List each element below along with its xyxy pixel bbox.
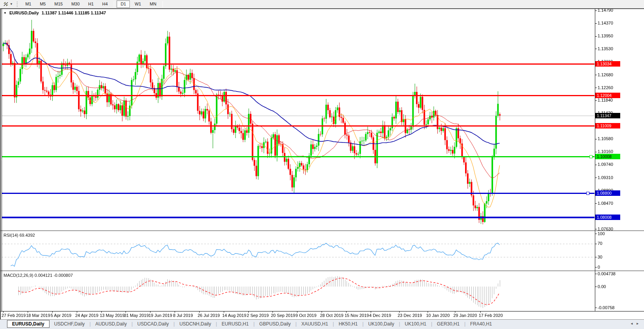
toolbar-divider (163, 1, 163, 7)
chart-tabs-bar: EURUSD,DailyUSDCHF,Daily|AUDUSD,Daily|US… (0, 319, 644, 329)
price-axis-tick: 1.10160 (598, 149, 613, 154)
level-price-tag: 1.08008 (595, 215, 620, 220)
period-button-m1[interactable]: M1 (21, 0, 35, 8)
chart-tab-hk50-h1[interactable]: HK50,H1 (334, 320, 363, 328)
date-axis-label: 9 Oct 2019 (295, 313, 317, 318)
level-price-tag: 1.11009 (595, 123, 620, 128)
date-axis-label: 17 Feb 2020 (479, 313, 503, 318)
chart-tab-usdcnh-daily[interactable]: USDCNH,Daily (175, 320, 216, 328)
price-axis-tick: 1.14790 (598, 8, 613, 12)
chart-tab-audusd-daily[interactable]: AUDUSD,Daily (91, 320, 132, 328)
price-axis-tick: 1.12680 (598, 72, 613, 77)
date-axis-label: 28 Oct 2019 (320, 313, 343, 318)
chart-tab-uk100-h1[interactable]: UK100,H1 (400, 320, 431, 328)
chart-tab-eurusd-h1[interactable]: EURUSD,H1 (217, 320, 253, 328)
period-button-w1[interactable]: W1 (131, 0, 145, 8)
chart-tab-usdcad-daily[interactable]: USDCAD,Daily (133, 320, 173, 328)
rsi-axis-tick: 0 (598, 265, 600, 269)
date-axis-label: 31 May 2019 (124, 313, 149, 318)
price-axis-tick: 1.13950 (598, 33, 613, 38)
period-button-h1[interactable]: H1 (84, 0, 97, 8)
period-toolbar: ▼ M1M5M15M30H1H4D1W1MN (0, 0, 644, 9)
rsi-axis-tick: 70 (598, 241, 602, 246)
price-axis-tick: 1.10580 (598, 136, 613, 141)
toolbar-divider (114, 1, 114, 7)
rsi-axis-tick: 30 (598, 255, 602, 259)
period-button-h4[interactable]: H4 (98, 0, 111, 8)
tabs-scroll-left-icon[interactable]: ◂ (631, 321, 633, 325)
date-axis-label: 18 Mar 2019 (26, 313, 50, 318)
date-axis-label: 29 Jan 2020 (453, 313, 477, 318)
chart-tab-xauusd-h1[interactable]: XAUUSD,H1 (297, 320, 333, 328)
diagonal-arrows-icon (3, 2, 9, 7)
window-left-border (0, 9, 1, 329)
price-axis-tick: 1.14370 (598, 21, 613, 25)
date-axis-label: 4 Dec 2019 (369, 313, 391, 318)
rsi-indicator-label: RSI(14) 69.4392 (4, 233, 35, 238)
chart-tab-eurusd-daily[interactable]: EURUSD,Daily (7, 320, 50, 328)
level-price-tag: 1.10008 (595, 154, 620, 159)
period-button-m5[interactable]: M5 (36, 0, 50, 8)
macd-axis-tick: 0.004738 (598, 271, 616, 276)
period-button-mn[interactable]: MN (146, 0, 160, 8)
date-axis-label: 24 Apr 2019 (75, 313, 98, 318)
price-axis-tick: 1.12260 (598, 85, 613, 90)
charts-period-icon[interactable] (2, 1, 9, 7)
chart-header: ▼ EURUSD,Daily 1.11387 1.11446 1.11185 1… (4, 11, 106, 15)
date-axis-label: 20 Sep 2019 (271, 313, 295, 318)
price-axis-tick: 1.11840 (598, 98, 613, 102)
toolbar-grip-handle[interactable] (17, 2, 19, 7)
date-axis-label: 2 Sep 2019 (247, 313, 269, 318)
rsi-axis-tick: 100 (598, 231, 605, 236)
date-axis-label: 23 Dec 2019 (398, 313, 422, 318)
current-price-tag: 1.11347 (595, 113, 620, 118)
symbol-dropdown-icon[interactable]: ▼ (4, 11, 7, 15)
date-axis-label: 13 May 2019 (100, 313, 125, 318)
period-button-m15[interactable]: M15 (50, 0, 66, 8)
price-axis-tick: 1.13530 (598, 46, 613, 51)
level-price-tag: 1.12004 (595, 93, 620, 98)
date-axis-label: 15 Nov 2019 (345, 313, 369, 318)
tabs-scroll-arrows: ◂ ▸ (631, 321, 639, 325)
chart-symbol-label: EURUSD,Daily (9, 11, 39, 15)
level-price-tag: 1.08800 (595, 190, 620, 196)
price-axis-tick: 1.09310 (598, 175, 613, 180)
macd-axis-tick: -0.00758 (598, 305, 614, 310)
date-axis-label: 10 Jan 2020 (426, 313, 450, 318)
toolbar-dropdown-caret-icon[interactable]: ▼ (10, 2, 13, 6)
level-price-tag: 1.13034 (595, 61, 620, 67)
date-axis-label: 14 Aug 2019 (222, 313, 246, 318)
chart-ohlc-values: 1.11387 1.11446 1.11185 1.11347 (42, 11, 106, 15)
date-axis-label: 19 Jun 2019 (149, 313, 172, 318)
macd-axis-tick: 0.00 (598, 284, 606, 289)
chart-tab-uk100-daily[interactable]: UK100,Daily (364, 320, 399, 328)
date-axis-label: 5 Apr 2019 (51, 313, 71, 318)
chart-canvas[interactable] (0, 0, 644, 329)
macd-indicator-label: MACD(12,26,9) 0.004121 -0.000807 (4, 273, 73, 278)
date-axis-label: 27 Feb 2019 (2, 313, 26, 318)
period-button-d1[interactable]: D1 (117, 0, 130, 8)
chart-tab-ger30-h1[interactable]: GER30,H1 (432, 320, 464, 328)
tabs-scroll-right-icon[interactable]: ▸ (637, 321, 639, 325)
chart-tab-usdchf-daily[interactable]: USDCHF,Daily (50, 320, 90, 328)
date-axis-label: 26 Jul 2019 (198, 313, 220, 318)
price-axis-tick: 1.09740 (598, 162, 613, 167)
chart-tab-fra40-h1[interactable]: FRA40,H1 (465, 320, 497, 328)
date-axis-label: 8 Jul 2019 (173, 313, 193, 318)
period-button-m30[interactable]: M30 (67, 0, 83, 8)
price-axis-tick: 1.08470 (598, 201, 613, 206)
chart-tab-gbpusd-daily[interactable]: GBPUSD,Daily (255, 320, 295, 328)
price-axis-tick: 1.07630 (598, 227, 613, 231)
